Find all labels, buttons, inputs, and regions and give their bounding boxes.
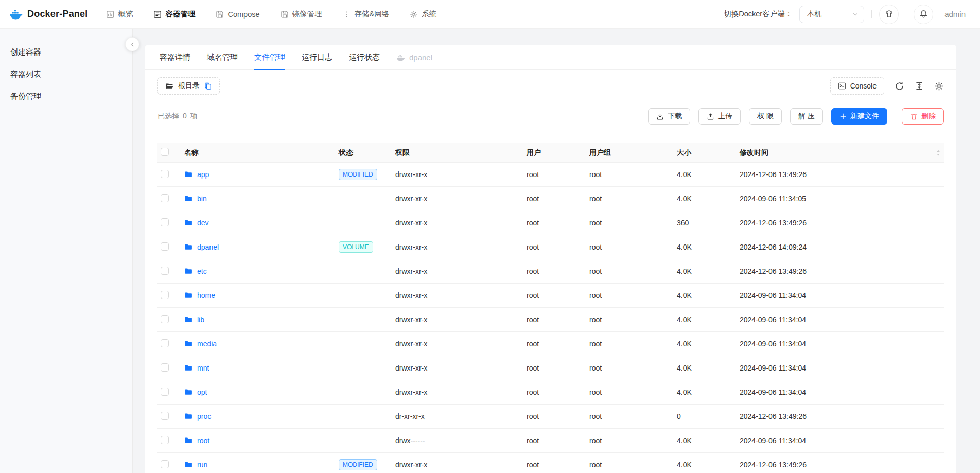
row-checkbox[interactable] xyxy=(161,170,169,178)
docker-whale-icon xyxy=(396,54,406,61)
row-checkbox[interactable] xyxy=(161,267,169,275)
delete-button[interactable]: 删除 xyxy=(902,108,944,125)
refresh-icon[interactable] xyxy=(895,81,904,91)
size-cell: 4.0K xyxy=(677,340,740,348)
sidebar-item-container-list[interactable]: 容器列表 xyxy=(0,63,132,85)
selection-count: 0 xyxy=(183,112,187,121)
nav-item-overview[interactable]: 概览 xyxy=(106,9,133,19)
mtime-cell: 2024-12-06 13:49:26 xyxy=(740,412,944,421)
file-name-link[interactable]: root xyxy=(197,436,209,445)
adjust-height-icon[interactable] xyxy=(915,81,924,91)
header-size: 大小 xyxy=(677,148,740,157)
group-cell: root xyxy=(589,170,677,179)
name-cell: opt xyxy=(184,388,339,396)
group-cell: root xyxy=(589,267,677,275)
tab-dpanel[interactable]: dpanel xyxy=(396,45,432,69)
mtime-cell: 2024-09-06 11:34:04 xyxy=(740,340,944,348)
root-dir-button[interactable]: 根目录 xyxy=(157,77,220,95)
file-name-link[interactable]: home xyxy=(197,291,215,300)
mtime-cell: 2024-09-06 11:34:04 xyxy=(740,364,944,372)
name-cell: bin xyxy=(184,195,339,203)
nav-item-storage-network[interactable]: 存储&网络 xyxy=(343,9,390,19)
file-name-link[interactable]: run xyxy=(197,461,207,469)
settings-gear-icon[interactable] xyxy=(934,81,944,91)
client-select[interactable]: 本机 xyxy=(799,6,864,23)
tab-file-management[interactable]: 文件管理 xyxy=(254,45,285,69)
sidebar-item-create-container[interactable]: 创建容器 xyxy=(0,41,132,63)
folder-icon xyxy=(184,340,192,348)
file-name-link[interactable]: etc xyxy=(197,267,207,275)
user-cell: root xyxy=(527,340,589,348)
file-name-link[interactable]: bin xyxy=(197,195,207,203)
upload-icon xyxy=(707,113,714,120)
select-all-checkbox[interactable] xyxy=(161,148,169,156)
notifications-button[interactable] xyxy=(914,5,933,24)
tab-label: 域名管理 xyxy=(207,52,238,62)
client-switch-label: 切换Docker客户端： xyxy=(724,9,792,19)
username[interactable]: admin xyxy=(944,10,966,19)
chevron-down-icon xyxy=(852,11,859,17)
size-cell: 4.0K xyxy=(677,388,740,396)
name-cell: root xyxy=(184,436,339,445)
folder-icon xyxy=(184,436,192,445)
name-cell: dev xyxy=(184,219,339,227)
extract-button[interactable]: 解 压 xyxy=(790,108,823,125)
upload-button[interactable]: 上传 xyxy=(698,108,741,125)
row-checkbox[interactable] xyxy=(161,339,169,347)
row-checkbox[interactable] xyxy=(161,460,169,468)
file-name-link[interactable]: dpanel xyxy=(197,243,219,251)
file-name-link[interactable]: opt xyxy=(197,388,207,396)
divider xyxy=(871,10,872,18)
user-cell: root xyxy=(527,316,589,324)
row-checkbox-cell xyxy=(157,170,184,180)
row-checkbox[interactable] xyxy=(161,242,169,251)
row-checkbox[interactable] xyxy=(161,388,169,396)
terminal-icon xyxy=(838,82,846,90)
sorter-icon[interactable] xyxy=(936,149,941,156)
file-name-link[interactable]: lib xyxy=(197,316,204,324)
tab-domain-management[interactable]: 域名管理 xyxy=(207,45,238,69)
console-button[interactable]: Console xyxy=(830,77,884,95)
permission-button[interactable]: 权 限 xyxy=(749,108,782,125)
nav-item-containers[interactable]: 容器管理 xyxy=(153,9,195,19)
row-checkbox[interactable] xyxy=(161,412,169,420)
new-file-button[interactable]: 新建文件 xyxy=(831,108,887,125)
row-checkbox[interactable] xyxy=(161,218,169,226)
row-checkbox[interactable] xyxy=(161,194,169,202)
file-name-link[interactable]: proc xyxy=(197,412,211,421)
copy-icon[interactable] xyxy=(204,82,212,90)
row-checkbox[interactable] xyxy=(161,363,169,372)
nav-item-system[interactable]: 系统 xyxy=(410,9,436,19)
file-name-link[interactable]: media xyxy=(197,340,217,348)
table-row: proc dr-xr-xr-x root root 0 2024-12-06 1… xyxy=(157,405,944,429)
download-button[interactable]: 下载 xyxy=(648,108,690,125)
name-cell: etc xyxy=(184,267,339,275)
row-checkbox[interactable] xyxy=(161,436,169,444)
divider xyxy=(906,10,906,18)
brand[interactable]: Docker-Panel xyxy=(9,9,87,20)
size-cell: 4.0K xyxy=(677,170,740,179)
file-name-link[interactable]: app xyxy=(197,170,209,179)
permission-cell: drwxr-xr-x xyxy=(395,291,527,300)
new-file-label: 新建文件 xyxy=(850,112,879,121)
main-content: 容器详情 域名管理 文件管理 运行日志 运行状态 dpanel 根目录 xyxy=(133,29,980,473)
tab-container-detail[interactable]: 容器详情 xyxy=(160,45,190,69)
nav-item-compose[interactable]: Compose xyxy=(216,10,259,19)
download-label: 下载 xyxy=(668,112,682,121)
floppy-icon xyxy=(216,10,224,19)
user-cell: root xyxy=(527,195,589,203)
tab-run-logs[interactable]: 运行日志 xyxy=(302,45,332,69)
file-name-link[interactable]: mnt xyxy=(197,364,209,372)
file-name-link[interactable]: dev xyxy=(197,219,209,227)
status-badge: MODIFIED xyxy=(339,459,377,470)
row-checkbox[interactable] xyxy=(161,291,169,299)
tab-run-status[interactable]: 运行状态 xyxy=(349,45,380,69)
theme-button[interactable] xyxy=(879,5,899,24)
table-row: lib drwxr-xr-x root root 4.0K 2024-09-06… xyxy=(157,308,944,332)
permission-cell: drwxr-xr-x xyxy=(395,316,527,324)
sidebar-collapse-button[interactable] xyxy=(125,37,139,51)
sidebar-item-backup[interactable]: 备份管理 xyxy=(0,85,132,108)
nav-item-images[interactable]: 镜像管理 xyxy=(281,9,322,19)
status-cell: MODIFIED xyxy=(339,169,395,180)
row-checkbox[interactable] xyxy=(161,315,169,323)
